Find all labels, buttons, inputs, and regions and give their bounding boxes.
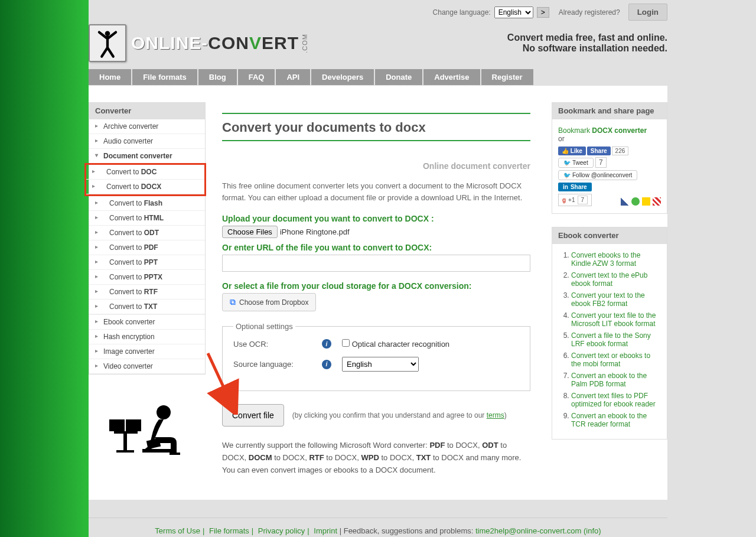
url-label: Or enter URL of the file you want to con… xyxy=(222,243,530,252)
bookmark-link[interactable]: Bookmark DOCX converter xyxy=(558,126,647,135)
twitter-follow[interactable]: 🐦Follow @onlineconvert xyxy=(558,170,637,180)
sidebar-item-archive[interactable]: Archive converter xyxy=(89,119,205,134)
dropbox-icon: ⧉ xyxy=(230,297,236,307)
choose-files-button[interactable]: Choose Files xyxy=(222,226,278,238)
footer-formats[interactable]: File formats xyxy=(209,526,249,535)
stumbleupon-icon[interactable] xyxy=(631,197,640,206)
language-select[interactable]: English xyxy=(494,6,533,18)
info-icon[interactable]: i xyxy=(322,339,331,349)
sidebar-item-image[interactable]: Image converter xyxy=(89,344,205,359)
footer-imprint[interactable]: Imprint xyxy=(314,526,337,535)
site-logo[interactable]: ONLINE-CONVERT .COM xyxy=(89,24,308,62)
footer-terms[interactable]: Terms of Use xyxy=(155,526,200,535)
ebook-link[interactable]: Convert ebooks to the Kindle AZW 3 forma… xyxy=(571,251,640,268)
nav-donate[interactable]: Donate xyxy=(375,69,422,85)
supported-formats-text: We currently support the following Micro… xyxy=(222,440,530,476)
sidebar-item-hash[interactable]: Hash encryption xyxy=(89,330,205,344)
facebook-like[interactable]: 👍 Like Share 226 xyxy=(558,147,661,155)
ocr-checkbox-label[interactable]: Optical character recognition xyxy=(342,339,449,349)
nav-file-formats[interactable]: File formats xyxy=(132,69,197,85)
page-title: Convert your documents to docx xyxy=(222,120,530,135)
source-language-label: Source language: xyxy=(233,360,322,369)
ebook-link[interactable]: Convert an ebook to the TCR reader forma… xyxy=(571,412,647,428)
ebook-converter-list: Convert ebooks to the Kindle AZW 3 forma… xyxy=(558,251,661,428)
main-nav: Home File formats Blog FAQ API Developer… xyxy=(89,69,667,85)
convert-to-html[interactable]: Convert to HTML xyxy=(89,211,205,225)
login-button[interactable]: Login xyxy=(628,4,667,21)
confirm-text: (by clicking you confirm that you unders… xyxy=(292,411,507,419)
convert-to-flash[interactable]: Convert to Flash xyxy=(89,196,205,210)
terms-link[interactable]: terms xyxy=(487,411,504,419)
convert-to-doc[interactable]: Convert to DOC xyxy=(86,165,204,179)
footer-info[interactable]: (info) xyxy=(584,526,601,535)
footer-email[interactable]: time2help@online-convert.com xyxy=(475,526,581,535)
main-content: Convert your documents to docx Online do… xyxy=(222,102,535,476)
convert-to-docx[interactable]: Convert to DOCX xyxy=(86,180,204,194)
social-icon[interactable] xyxy=(642,197,650,206)
optional-legend: Optional settings xyxy=(233,322,295,331)
upload-label: Upload your document you want to convert… xyxy=(222,214,530,223)
svg-rect-3 xyxy=(114,431,138,434)
convert-to-ppt[interactable]: Convert to PPT xyxy=(89,255,205,269)
tagline: Convert media free, fast and online. No … xyxy=(507,32,667,54)
google-plus-one[interactable]: g+1 7 xyxy=(558,194,592,206)
change-language-label: Change language: xyxy=(433,8,491,17)
url-input[interactable] xyxy=(222,255,530,272)
ebook-link[interactable]: Convert text or ebooks to the mobi forma… xyxy=(571,352,650,368)
page-description: This free online document converter lets… xyxy=(222,180,530,203)
bookmark-title: Bookmark and share page xyxy=(552,103,667,119)
convert-file-button[interactable]: Convert file xyxy=(222,404,284,427)
convert-to-pdf[interactable]: Convert to PDF xyxy=(89,240,205,255)
annotation-highlight-box: Convert to DOC Convert to DOCX xyxy=(84,163,206,196)
registered-label: Already registered? xyxy=(559,8,620,17)
sidebar: Converter Archive converter Audio conver… xyxy=(89,102,206,476)
svg-rect-2 xyxy=(126,419,141,431)
svg-rect-1 xyxy=(109,419,125,431)
nav-advertise[interactable]: Advertise xyxy=(423,69,480,85)
nav-faq[interactable]: FAQ xyxy=(238,69,275,85)
nav-api[interactable]: API xyxy=(276,69,310,85)
ebook-link[interactable]: Convert your text to the ebook FB2 forma… xyxy=(571,291,645,308)
svg-rect-7 xyxy=(146,438,161,449)
linkedin-share[interactable]: in Share xyxy=(558,183,592,191)
convert-to-odt[interactable]: Convert to ODT xyxy=(89,226,205,240)
convert-to-pptx[interactable]: Convert to PPTX xyxy=(89,270,205,284)
sidebar-item-audio[interactable]: Audio converter xyxy=(89,134,205,148)
optional-settings: Optional settings Use OCR: i Optical cha… xyxy=(222,322,530,391)
ebook-link[interactable]: Convert text to the ePub ebook format xyxy=(571,271,647,288)
language-go-button[interactable]: > xyxy=(537,7,549,18)
svg-point-6 xyxy=(157,405,171,419)
cloud-label: Or select a file from your cloud storage… xyxy=(222,281,530,291)
top-bar: Change language: English > Already regis… xyxy=(89,0,667,22)
source-language-select[interactable]: English xyxy=(342,357,419,372)
sidebar-item-video[interactable]: Video converter xyxy=(89,359,205,373)
ocr-checkbox[interactable] xyxy=(342,339,350,347)
dropbox-button[interactable]: ⧉ Choose from Dropbox xyxy=(222,293,316,311)
ocr-label: Use OCR: xyxy=(233,340,322,349)
social-icon[interactable] xyxy=(653,197,661,206)
sidebar-item-ebook[interactable]: Ebook converter xyxy=(89,315,205,329)
ebook-link[interactable]: Convert a file to the Sony LRF ebook for… xyxy=(571,331,651,348)
sidebar-item-document[interactable]: Document converter xyxy=(89,149,205,163)
nav-home[interactable]: Home xyxy=(89,69,131,85)
ebook-converter-title: Ebook converter xyxy=(552,227,667,244)
convert-to-rtf[interactable]: Convert to RTF xyxy=(89,285,205,299)
nav-register[interactable]: Register xyxy=(481,69,533,85)
nav-blog[interactable]: Blog xyxy=(198,69,237,85)
ebook-link[interactable]: Convert text files to PDF optimized for … xyxy=(571,392,656,408)
delicious-icon[interactable] xyxy=(621,197,629,206)
nav-developers[interactable]: Developers xyxy=(311,69,374,85)
footer: Terms of Use| File formats| Privacy poli… xyxy=(89,518,667,537)
page-subtitle: Online document converter xyxy=(222,161,530,171)
right-column: Bookmark and share page Bookmark DOCX co… xyxy=(552,102,667,476)
header-row: ONLINE-CONVERT .COM Convert media free, … xyxy=(89,22,667,69)
ebook-link[interactable]: Convert an ebook to the Palm PDB format xyxy=(571,372,647,388)
info-icon[interactable]: i xyxy=(322,360,331,369)
sidebar-title: Converter xyxy=(89,103,205,119)
ebook-link[interactable]: Convert your text file to the Microsoft … xyxy=(571,311,656,328)
twitter-tweet[interactable]: 🐦Tweet xyxy=(558,158,594,168)
footer-privacy[interactable]: Privacy policy xyxy=(258,526,305,535)
convert-to-txt[interactable]: Convert to TXT xyxy=(89,300,205,314)
selected-filename: iPhone Ringtone.pdf xyxy=(280,227,350,236)
svg-rect-5 xyxy=(116,450,134,453)
